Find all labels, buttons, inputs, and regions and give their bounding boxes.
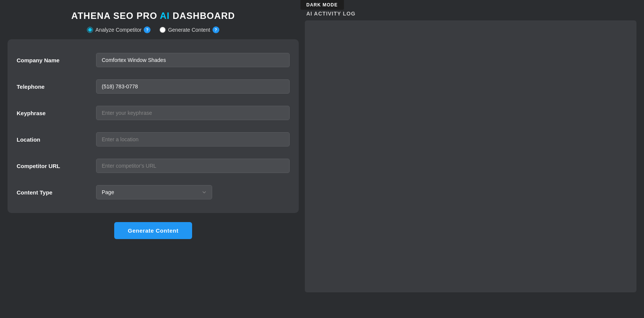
analyze-competitor-option[interactable]: Analyze Competitor ? [87,26,151,33]
analyze-competitor-radio[interactable] [87,27,93,33]
generate-content-label[interactable]: Generate Content [168,27,210,33]
location-label: Location [17,136,96,143]
analyze-help-icon[interactable]: ? [144,26,151,33]
location-input[interactable] [96,132,290,147]
keyphrase-label: Keyphrase [17,110,96,116]
company-name-row: Company Name [17,47,290,73]
content-type-label: Content Type [17,189,96,196]
company-name-input[interactable] [96,53,290,67]
activity-log-box [305,20,636,292]
content-type-select[interactable]: Page Blog Post Product Description Servi… [96,185,212,199]
keyphrase-input-wrapper [96,106,290,120]
company-name-input-wrapper [96,53,290,67]
dashboard-title: ATHENA SEO PRO AI DASHBOARD [71,11,235,21]
title-part2: DASHBOARD [170,11,235,21]
telephone-input[interactable] [96,79,290,94]
keyphrase-row: Keyphrase [17,100,290,126]
telephone-input-wrapper [96,79,290,94]
content-type-row: Content Type Page Blog Post Product Desc… [17,179,290,205]
left-panel: ATHENA SEO PRO AI DASHBOARD Analyze Comp… [8,11,299,292]
telephone-label: Telephone [17,83,96,90]
right-panel: AI ACTIVITY LOG [305,11,636,292]
activity-log-title: AI ACTIVITY LOG [305,11,636,17]
competitor-url-input[interactable] [96,159,290,173]
keyphrase-input[interactable] [96,106,290,120]
form-card: Company Name Telephone Keyphrase [8,39,299,213]
generate-content-button[interactable]: Generate Content [114,222,192,239]
dark-mode-button[interactable]: DARK MODE [300,0,344,10]
title-ai: AI [160,11,170,21]
content-type-select-wrapper: Page Blog Post Product Description Servi… [96,185,290,199]
location-input-wrapper [96,132,290,147]
company-name-label: Company Name [17,57,96,63]
generate-help-icon[interactable]: ? [213,26,219,33]
mode-radio-group: Analyze Competitor ? Generate Content ? [87,26,219,33]
generate-content-option[interactable]: Generate Content ? [160,26,219,33]
generate-content-radio[interactable] [160,27,166,33]
location-row: Location [17,126,290,153]
analyze-competitor-label[interactable]: Analyze Competitor [95,27,141,33]
competitor-url-row: Competitor URL [17,153,290,179]
competitor-url-label: Competitor URL [17,163,96,169]
competitor-url-input-wrapper [96,159,290,173]
title-part1: ATHENA SEO PRO [71,11,160,21]
telephone-row: Telephone [17,73,290,100]
